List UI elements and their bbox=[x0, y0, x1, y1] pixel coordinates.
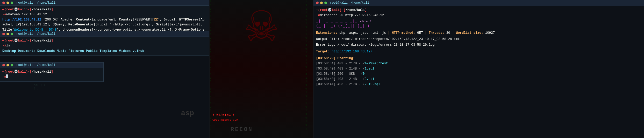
prompt-hash-1: └# bbox=[2, 12, 6, 17]
ls-vulhub: vulhub bbox=[133, 49, 144, 53]
result-line-5: [03:58:41] 403 - 217B - /2010.sql bbox=[316, 82, 641, 87]
result-line-3: [03:58:40] 200 - 8KB - /0 bbox=[316, 71, 641, 77]
extensions-line: Extensions: php, aspx, jsp, html, js | H… bbox=[316, 30, 641, 36]
prompt-hash-3: └# bbox=[2, 75, 6, 80]
command-ls: └# ls bbox=[2, 43, 207, 48]
deco-pattern-left: ========== =c( ( ( (_) bbox=[34, 80, 51, 90]
dot-green-3 bbox=[11, 64, 13, 66]
dot-red-2 bbox=[2, 33, 5, 35]
whatweb-output-2: ache], IP[192.168.43.12], JQuery, MetaGe… bbox=[2, 22, 207, 27]
dot-green-2 bbox=[11, 33, 13, 35]
starting-text: [03:58:29] Starting: bbox=[316, 57, 355, 60]
terminal-title-2: root@kali: /home/kali bbox=[16, 32, 55, 36]
whatweb-url: http://192.168.43.12 bbox=[2, 18, 41, 22]
prompt-close-1: ] bbox=[51, 7, 53, 12]
whatweb-detail-apache: Apache, bbox=[61, 18, 76, 22]
terminal-ls: root@kali: /home/kali ‒(root💀kali)-[/hom… bbox=[0, 31, 209, 56]
ls-downloads: Downloads bbox=[37, 49, 55, 53]
ls-documents: Documents bbox=[18, 49, 35, 53]
result-line-2: [03:58:40] 403 - 214B - /1.sql bbox=[316, 66, 641, 71]
result-line-1: [03:58:31] 403 - 217B - /%2e%2e;/test bbox=[316, 61, 641, 66]
prompt-line-empty: ‒(root💀kali)-[/home/kali] bbox=[2, 70, 101, 74]
error-log-text: Error Log: /root/.dirsearch/logs/errors-… bbox=[316, 43, 435, 47]
dot-green-r bbox=[324, 2, 327, 4]
ls-templates: Templates bbox=[99, 49, 117, 53]
prompt-line-dirsearch: ‒(root💀kali)-[/home/kali] bbox=[316, 8, 641, 13]
dirsearch-command: dirsearch -u http://192.168.43.12 bbox=[320, 13, 384, 18]
terminal-titlebar-2: root@kali: /home/kali bbox=[0, 31, 209, 37]
dirsearch-logo: _|. _ _ _ _ _ _|_ v0.4.2 (_||| _) (/_(_|… bbox=[316, 19, 641, 28]
prompt-path-2: /home/kali bbox=[32, 38, 51, 43]
output-file-text: Output File: /root/.dirsearch/reports/19… bbox=[316, 37, 460, 41]
ls-desktop: Desktop bbox=[2, 49, 16, 53]
terminal-titlebar-1: root@kali: /home/kali bbox=[0, 0, 209, 6]
recon-text: RECON bbox=[231, 126, 253, 133]
prompt-user-1: ‒(root💀kali)-[ bbox=[2, 7, 32, 12]
prompt-hash-2: └# bbox=[2, 43, 6, 48]
prompt-hash-r: └# bbox=[316, 13, 320, 18]
dot-red-1 bbox=[2, 2, 5, 4]
dot-yellow-r bbox=[320, 2, 323, 4]
ls-pictures: Pictures bbox=[68, 49, 84, 53]
terminal-body-2: ‒(root💀kali)-[/home/kali] └# ls Desktop … bbox=[0, 37, 209, 56]
matrix-left: 010110100101101001011010010110100101 bbox=[210, 0, 215, 131]
terminal-titlebar-3: root@kali: /home/kali bbox=[0, 63, 103, 68]
warning-text: ! WARNING ! bbox=[212, 113, 238, 118]
whatweb-output-1: http://192.168.43.12 [200 OK] Apache, Co… bbox=[2, 17, 207, 22]
prompt-user-r: ‒(root💀kali)-[ bbox=[316, 8, 346, 13]
whatweb-command: whatweb 192.168.43.12 bbox=[6, 12, 47, 17]
terminal-body-3: ‒(root💀kali)-[/home/kali] └# bbox=[0, 68, 103, 81]
starting-line: [03:58:29] Starting: bbox=[316, 56, 641, 61]
terminal-title-1: root@kali: /home/kali bbox=[16, 1, 55, 5]
ls-music: Music bbox=[57, 49, 67, 53]
ls-videos: Videos bbox=[119, 49, 131, 53]
matrix-right: 101100101101001011010110010110100101 bbox=[305, 0, 313, 131]
right-titlebar: root@kali: /home/kali bbox=[313, 0, 644, 6]
prompt-user-3: ‒(root💀kali)-[ bbox=[2, 70, 32, 74]
logo-line-1: _|. _ _ _ _ _ _|_ v0.4.2 bbox=[316, 19, 641, 24]
command-dirsearch-line: └# dirsearch -u http://192.168.43.12 bbox=[316, 13, 641, 18]
right-panel: ||||||||||||||| ||||||||||||||| ||||||||… bbox=[313, 0, 644, 138]
terminal-title-3: root@kali: /home/kali bbox=[16, 63, 55, 67]
target-line: Target: http://192.168.43.12/ bbox=[316, 49, 641, 54]
deco-asp: asp bbox=[181, 109, 194, 117]
prompt-close-2: ] bbox=[51, 38, 53, 43]
whatweb-code: [200 OK] bbox=[43, 18, 61, 22]
prompt-user-2: ‒(root💀kali)-[ bbox=[2, 38, 32, 43]
version-label: v0.4.2 bbox=[360, 20, 372, 23]
command-whatweb: └# whatweb 192.168.43.12 bbox=[2, 12, 207, 17]
prompt-cursor-line: └# bbox=[2, 74, 101, 80]
warning-box: ! WARNING ! ODISTRIBUTE.COM bbox=[212, 113, 238, 122]
skull-deco: ☠ bbox=[246, 1, 277, 53]
left-panel: root@kali: /home/kali ‒(root💀kali)-[/hom… bbox=[0, 0, 210, 138]
dot-yellow-2 bbox=[6, 33, 9, 35]
result-line-4: [03:58:40] 403 - 214B - /2.sql bbox=[316, 77, 641, 82]
logo-line-2: (_||| _) (/_(_|| (_| ) bbox=[316, 24, 641, 28]
ls-output: Desktop Documents Downloads Music Pictur… bbox=[2, 49, 207, 54]
terminal-empty: root@kali: /home/kali ‒(root💀kali)-[/hom… bbox=[0, 62, 104, 82]
dot-yellow-3 bbox=[6, 64, 9, 66]
prompt-line-ls: ‒(root💀kali)-[/home/kali] bbox=[2, 38, 207, 43]
dot-yellow-1 bbox=[6, 2, 9, 4]
ls-public: Public bbox=[86, 49, 98, 53]
prompt-path-1: /home/kali bbox=[32, 7, 51, 12]
output-file-line: Output File: /root/.dirsearch/reports/19… bbox=[316, 37, 641, 42]
dot-red-3 bbox=[2, 64, 5, 66]
dot-green-1 bbox=[11, 2, 13, 4]
error-log-line: Error Log: /root/.dirsearch/logs/errors-… bbox=[316, 42, 641, 47]
distribute-text: ODISTRIBUTE.COM bbox=[212, 118, 238, 122]
middle-panel: ☠ 101100101101001011010110010110100101 0… bbox=[210, 0, 313, 138]
prompt-line-whatweb: ‒(root💀kali)-[/home/kali] bbox=[2, 7, 207, 12]
right-terminal-title: root@kali: /home/kali bbox=[330, 1, 369, 5]
right-terminal: root@kali: /home/kali ‒(root💀kali)-[/hom… bbox=[313, 0, 644, 138]
ls-command: ls bbox=[6, 43, 10, 48]
cursor bbox=[6, 74, 8, 78]
right-body: ‒(root💀kali)-[/home/kali] └# dirsearch -… bbox=[313, 6, 644, 88]
dot-red-r bbox=[316, 2, 319, 4]
